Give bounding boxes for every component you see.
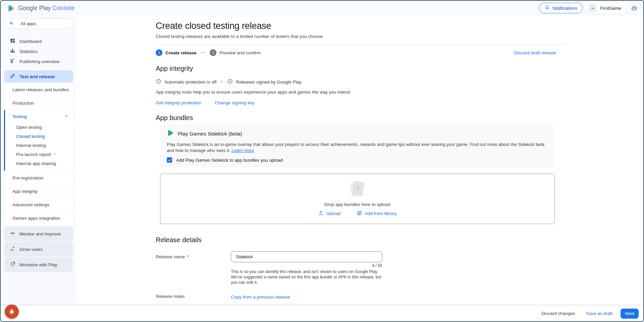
app-switcher-chip[interactable]: FirstGame	[586, 2, 626, 14]
sidebar-item-internal-testing[interactable]: Internal testing	[4, 141, 73, 150]
learn-more-link[interactable]: Learn more	[232, 148, 254, 153]
app-placeholder-icon	[588, 4, 597, 12]
sidebar-item-latest-releases[interactable]: Latest releases and bundles	[4, 83, 73, 96]
bell-icon	[545, 5, 550, 11]
step-preview-and-confirm: 2 Preview and confirm	[210, 49, 260, 56]
step-1-badge: 1	[156, 49, 162, 56]
checkbox-checked[interactable]	[167, 157, 172, 163]
sidebar-item-pre-launch-report[interactable]: Pre-launch report	[4, 150, 73, 159]
sidebar-item-app-integrity[interactable]: App integrity	[4, 185, 73, 198]
app-bundle-dropzone[interactable]: Drop app bundles here to upload Upload	[160, 174, 555, 224]
upload-button[interactable]: Upload	[318, 210, 341, 217]
sidebar-section-monetize-with-play[interactable]: Monetize with Play	[4, 257, 73, 272]
growth-chart-icon	[10, 246, 15, 253]
report-bug-fab[interactable]	[5, 305, 19, 319]
add-from-library-label: Add from library	[365, 211, 397, 216]
body: All apps Dashboard Statistics	[1, 15, 643, 305]
next-button[interactable]: Next	[621, 309, 639, 319]
sidebar-item-advanced-settings[interactable]: Advanced settings	[4, 198, 73, 211]
google-play-logo-icon	[7, 4, 15, 12]
sidebar-item-label: App integrity	[12, 189, 38, 194]
all-apps-label: All apps	[20, 21, 36, 26]
sidebar-item-statistics[interactable]: Statistics	[4, 46, 73, 56]
sidebar-item-gemini-apps-integration[interactable]: Gemini apps integration	[4, 212, 73, 224]
sidebar-item-label: Dashboard	[19, 39, 42, 44]
signed-by-google-play-status: Releases signed by Google Play	[227, 78, 301, 85]
notifications-button[interactable]: Notifications	[539, 3, 583, 13]
price-tag-icon	[10, 261, 15, 268]
change-signing-key-link[interactable]: Change signing key	[215, 100, 255, 105]
info-icon	[156, 78, 161, 85]
step-1-label: Create release	[165, 50, 196, 55]
sidebar-item-label: Publishing overview	[19, 59, 59, 64]
current-app-name: FirstGame	[600, 6, 621, 11]
sidekick-checkbox-row[interactable]: Add Play Games Sidekick to app bundles y…	[167, 157, 548, 163]
chevron-down-icon	[53, 152, 57, 157]
step-2-label: Preview and confirm	[219, 50, 260, 55]
active-group-indicator	[4, 110, 5, 171]
sidebar-section-label: Grow users	[19, 247, 43, 252]
sidebar-item-publishing-overview[interactable]: Publishing overview	[4, 56, 73, 66]
sidebar-item-label: Gemini apps integration	[12, 216, 60, 221]
sidebar-item-label: Production	[12, 101, 34, 106]
discard-changes-button[interactable]: Discard changes	[541, 311, 575, 316]
get-integrity-protection-link[interactable]: Get integrity protection	[156, 100, 201, 105]
sidekick-description-text: Play Games Sidekick is an in-game overla…	[167, 142, 544, 153]
sidekick-checkbox-label: Add Play Games Sidekick to app bundles y…	[176, 158, 283, 163]
release-name-row: Release name * 8 / 50 This is so you can…	[156, 251, 565, 285]
toolbox-icon[interactable]	[629, 3, 639, 13]
sidebar-group-testing: Testing Open testing Closed testing Inte…	[4, 110, 73, 171]
sidekick-title: Play Games Sidekick (beta)	[178, 131, 242, 137]
release-notes-row: Release notes Copy from a previous relea…	[156, 294, 565, 305]
brand-text: Google PlayConsole	[18, 5, 75, 12]
sidebar-item-internal-app-sharing[interactable]: Internal app sharing	[4, 159, 73, 168]
sidebar-section-grow-users[interactable]: Grow users	[4, 242, 73, 257]
add-from-library-button[interactable]: Add from library	[357, 210, 397, 217]
sidebar-item-open-testing[interactable]: Open testing	[4, 123, 73, 132]
copy-from-previous-release-link[interactable]: Copy from a previous release	[231, 294, 290, 300]
sidebar-item-production[interactable]: Production	[4, 97, 73, 109]
page-subtitle: Closed testing releases are available to…	[156, 34, 565, 39]
stepper: 1 Create release 2 Preview and confirm D…	[156, 49, 565, 56]
release-name-input[interactable]	[231, 251, 382, 262]
upload-icon	[318, 210, 324, 217]
release-name-helper: This is so you can identify this release…	[231, 269, 382, 285]
bottom-action-bar: Discard changes Save as draft Next	[1, 305, 643, 321]
app-integrity-description: App integrity tools help you to ensure u…	[156, 90, 565, 95]
brand[interactable]: Google PlayConsole	[7, 4, 75, 12]
library-icon	[357, 210, 362, 217]
brand-console: Console	[53, 5, 75, 11]
sidebar-item-label: Pre-registration	[12, 175, 43, 180]
back-arrow-icon	[9, 20, 14, 27]
sidebar-section-test-and-release[interactable]: Test and release	[4, 70, 73, 83]
release-notes-label: Release notes	[156, 294, 231, 299]
check-circle-icon	[227, 78, 233, 85]
header-divider	[156, 45, 565, 45]
all-apps-button[interactable]: All apps	[4, 18, 73, 29]
sidekick-banner-card: Play Games Sidekick (beta) Play Games Si…	[160, 125, 555, 167]
sidebar-item-label: Internal app sharing	[16, 161, 56, 166]
app-integrity-links: Get integrity protection Change signing …	[156, 100, 565, 105]
main-content: Create closed testing release Closed tes…	[76, 15, 643, 305]
discard-draft-release-link[interactable]: Discard draft release	[514, 50, 556, 55]
step-connector	[200, 52, 206, 53]
statistics-icon	[10, 48, 15, 55]
play-console-window: Google PlayConsole Notifications	[0, 0, 644, 322]
publishing-overview-icon	[10, 58, 15, 65]
sidebar-item-dashboard[interactable]: Dashboard	[4, 36, 73, 46]
save-as-draft-button[interactable]: Save as draft	[586, 311, 613, 316]
app-bundles-heading: App bundles	[156, 113, 565, 122]
sidebar-item-closed-testing[interactable]: Closed testing	[4, 132, 73, 141]
page-title: Create closed testing release	[156, 20, 565, 32]
sidebar-section-monitor-and-improve[interactable]: Monitor and improve	[4, 226, 73, 241]
automatic-protection-status: Automatic protection is off	[156, 78, 216, 85]
required-asterisk: *	[187, 254, 189, 259]
sidebar-item-pre-registration[interactable]: Pre-registration	[4, 171, 73, 184]
release-name-label: Release name *	[156, 254, 231, 259]
step-create-release: 1 Create release	[156, 49, 196, 56]
sidebar-item-label: Closed testing	[16, 134, 45, 139]
sidebar-item-testing[interactable]: Testing	[4, 110, 73, 123]
dot-separator	[221, 81, 222, 83]
sidebar-item-label: Latest releases and bundles	[12, 87, 69, 92]
char-counter: 8 / 50	[231, 263, 382, 268]
